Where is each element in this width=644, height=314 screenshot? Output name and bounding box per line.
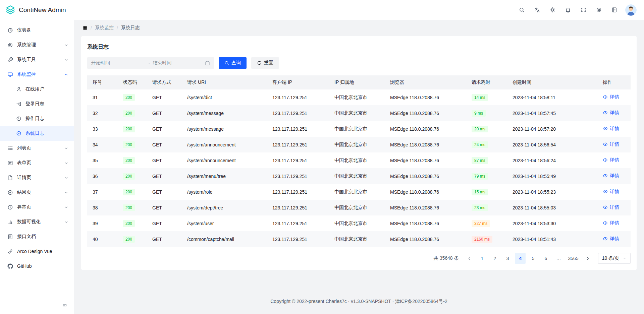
status-badge: 200	[123, 236, 135, 243]
query-button[interactable]: 查询	[219, 57, 247, 69]
sidebar-item-online-users[interactable]: 在线用户	[0, 82, 74, 97]
detail-link[interactable]: 详情	[603, 189, 619, 195]
cell-no: 35	[87, 152, 117, 168]
page-size-select[interactable]: 10 条/页	[598, 253, 631, 264]
app-logo-icon	[5, 5, 15, 15]
sidebar-item-arco-design-vue[interactable]: Arco Design Vue	[0, 244, 74, 259]
cell-no: 36	[87, 168, 117, 184]
duration-badge: 24 ms	[472, 141, 488, 148]
table-row: 36 200 GET /system/menu/tree 123.117.129…	[87, 168, 631, 184]
duration-badge: 2160 ms	[472, 236, 492, 243]
apps-grid-icon[interactable]	[83, 25, 88, 30]
copyright-text: Copyright © 2022-present Charles7c · v1.…	[270, 299, 447, 304]
pagination-page-3565[interactable]: 3565	[566, 253, 580, 264]
detail-link[interactable]: 详情	[603, 94, 619, 100]
cell-duration: 327 ms	[466, 215, 507, 231]
pagination-more[interactable]: …	[553, 253, 564, 264]
pagination-prev-button[interactable]	[464, 253, 475, 264]
cell-created-time: 2023-11-04 18:51:43	[507, 231, 597, 247]
sidebar-collapse-button[interactable]	[60, 301, 69, 310]
cell-no: 32	[87, 105, 117, 121]
sidebar-item-data-visualization[interactable]: 数据可视化	[0, 214, 74, 229]
detail-link[interactable]: 详情	[603, 157, 619, 163]
sidebar-item-system-tools[interactable]: 系统工具	[0, 52, 74, 67]
reset-button-label: 重置	[264, 60, 273, 66]
status-badge: 200	[123, 204, 135, 211]
pagination-next-button[interactable]	[583, 253, 593, 264]
translate-button[interactable]	[531, 4, 543, 16]
sidebar-item-operation-log[interactable]: 操作日志	[0, 111, 74, 126]
sidebar-item-github[interactable]: GitHub	[0, 259, 74, 273]
pagination-page-1[interactable]: 1	[477, 253, 487, 264]
pagination-page-3[interactable]: 3	[502, 253, 513, 264]
detail-link[interactable]: 详情	[603, 220, 619, 226]
breadcrumb-item-system-monitor[interactable]: 系统监控	[95, 25, 114, 31]
search-icon	[224, 61, 229, 65]
eye-icon	[603, 173, 608, 178]
sidebar-item-exception-page[interactable]: 异常页	[0, 200, 74, 214]
cell-actions: 详情	[597, 215, 631, 231]
cell-ip-location: 中国北京北京市	[329, 152, 385, 168]
cell-client-ip: 123.117.129.251	[267, 152, 329, 168]
brand[interactable]: ContiNew Admin	[5, 5, 66, 15]
sidebar-item-detail-page[interactable]: 详情页	[0, 170, 74, 185]
cell-actions: 详情	[597, 231, 631, 247]
theme-toggle-button[interactable]	[547, 4, 558, 16]
cell-browser: MSEdge 118.0.2088.76	[385, 105, 466, 121]
pagination-page-5[interactable]: 5	[528, 253, 538, 264]
detail-link[interactable]: 详情	[603, 236, 619, 242]
settings-button[interactable]	[593, 4, 604, 16]
cell-client-ip: 123.117.129.251	[267, 184, 329, 200]
sidebar-item-system-management[interactable]: 系统管理	[0, 38, 74, 52]
chevron-down-icon	[64, 176, 68, 180]
pagination-page-6[interactable]: 6	[540, 253, 551, 264]
cell-actions: 详情	[597, 89, 631, 105]
sidebar-item-label: Arco Design Vue	[17, 249, 68, 254]
cell-uri: /system/announcement	[182, 137, 267, 152]
cell-created-time: 2023-11-04 18:55:23	[507, 184, 597, 200]
cell-status: 200	[117, 137, 147, 152]
journal-icon	[611, 7, 617, 13]
sidebar-item-system-log[interactable]: 系统日志	[0, 126, 74, 141]
detail-link[interactable]: 详情	[603, 110, 619, 116]
detail-link[interactable]: 详情	[603, 141, 619, 147]
table-header-row: 序号 状态码 请求方式 请求 URI 客户端 IP IP 归属地 浏览器 请求耗…	[87, 75, 631, 89]
status-badge: 200	[123, 126, 135, 132]
detail-link[interactable]: 详情	[603, 204, 619, 210]
sidebar-item-system-monitor[interactable]: 系统监控	[0, 67, 74, 82]
search-button[interactable]	[516, 4, 527, 16]
journal-button[interactable]	[608, 4, 620, 16]
info-circle-icon	[7, 204, 13, 210]
duration-badge: 327 ms	[472, 220, 490, 227]
column-header: IP 归属地	[329, 75, 385, 89]
cell-client-ip: 123.117.129.251	[267, 231, 329, 247]
detail-link[interactable]: 详情	[603, 173, 619, 179]
cell-browser: MSEdge 118.0.2088.76	[385, 215, 466, 231]
cell-client-ip: 123.117.129.251	[267, 215, 329, 231]
sidebar-item-dashboard[interactable]: 仪表盘	[0, 23, 74, 38]
cell-uri: /system/announcement	[182, 152, 267, 168]
date-range-picker[interactable]: 开始时间 - 结束时间	[87, 57, 214, 69]
cell-duration: 20 ms	[466, 121, 507, 137]
cell-uri: /system/message	[182, 105, 267, 121]
column-header: 创建时间	[507, 75, 597, 89]
cell-actions: 详情	[597, 184, 631, 200]
github-icon	[7, 263, 13, 269]
cell-uri: /common/captcha/mail	[182, 231, 267, 247]
sidebar-item-list-page[interactable]: 列表页	[0, 141, 74, 155]
detail-link[interactable]: 详情	[603, 126, 619, 132]
sidebar-item-form-page[interactable]: 表单页	[0, 155, 74, 170]
sidebar-item-api-doc[interactable]: 接口文档	[0, 229, 74, 244]
reset-button[interactable]: 重置	[251, 57, 279, 69]
cell-status: 200	[117, 152, 147, 168]
pagination-page-4[interactable]: 4	[515, 253, 526, 264]
cell-method: GET	[147, 89, 182, 105]
fullscreen-button[interactable]	[578, 4, 589, 16]
sidebar-item-result-page[interactable]: 结果页	[0, 185, 74, 200]
avatar[interactable]	[625, 4, 637, 16]
cell-ip-location: 中国北京北京市	[329, 121, 385, 137]
cell-duration: 87 ms	[466, 152, 507, 168]
pagination-page-2[interactable]: 2	[489, 253, 500, 264]
sidebar-item-login-log[interactable]: 登录日志	[0, 97, 74, 111]
notifications-button[interactable]	[562, 4, 574, 16]
